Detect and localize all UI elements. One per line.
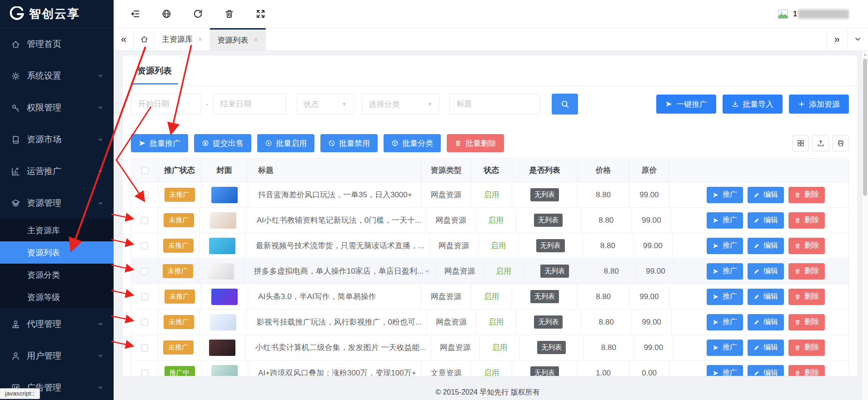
row-edit-button[interactable]: 编辑 [748, 263, 784, 280]
batch-import-button[interactable]: 批量导入 [723, 95, 783, 114]
row-edit-button[interactable]: 编辑 [748, 187, 784, 203]
row-checkbox[interactable] [141, 370, 149, 376]
sidebar-item-label: 资源管理 [27, 197, 61, 209]
export-icon [817, 139, 825, 147]
topbar-globe-button[interactable] [161, 9, 172, 19]
sidebar-item-permission[interactable]: 权限管理 [0, 92, 114, 124]
row-checkbox[interactable] [141, 344, 148, 351]
plus-icon [798, 100, 805, 108]
row-checkbox[interactable] [141, 217, 148, 224]
row-edit-button[interactable]: 编辑 [748, 340, 784, 356]
row-promote-button[interactable]: 推广 [707, 289, 743, 305]
sidebar-item-home[interactable]: 管理首页 [0, 28, 114, 60]
row-delete-button[interactable]: 删除 [788, 263, 825, 280]
row-checkbox[interactable] [141, 242, 148, 250]
row-delete-button[interactable]: 删除 [788, 238, 825, 254]
tab-home-button[interactable] [134, 28, 155, 50]
cover-thumbnail[interactable] [210, 314, 236, 330]
cover-thumbnail[interactable] [209, 238, 235, 254]
search-icon [560, 100, 569, 109]
sidebar-item-agent-manage[interactable]: 代理管理 [0, 308, 114, 340]
panel-header: 资源列表 [123, 55, 857, 86]
batch-disable-button[interactable]: 批量禁用 [320, 134, 378, 152]
row-promote-button[interactable]: 推广 [707, 263, 743, 280]
scrollbar-thumb[interactable] [863, 59, 867, 196]
row-edit-button[interactable]: 编辑 [748, 212, 784, 229]
row-delete-button[interactable]: 删除 [788, 187, 825, 203]
row-edit-button[interactable]: 编辑 [748, 238, 784, 254]
row-edit-button[interactable]: 编辑 [748, 314, 784, 330]
row-checkbox[interactable] [141, 293, 149, 300]
row-promote-button[interactable]: 推广 [707, 212, 743, 229]
cover-thumbnail[interactable] [211, 289, 238, 305]
topbar-trash-button[interactable] [224, 9, 235, 19]
sidebar-subitem-resource-level[interactable]: 资源等级 [0, 286, 114, 308]
batch-categorize-button[interactable]: 批量分类 [384, 134, 441, 152]
sidebar-subitem-resource-category[interactable]: 资源分类 [0, 264, 114, 286]
sidebar-item-user-manage[interactable]: 用户管理 [0, 340, 114, 372]
cover-thumbnail[interactable] [209, 340, 235, 356]
submit-sale-button[interactable]: 提交出售 [194, 134, 251, 152]
vertical-scrollbar[interactable]: ▲ [862, 51, 868, 400]
one-click-promote-button[interactable]: 一键推广 [656, 95, 716, 114]
sidebar-item-resource-manage[interactable]: 资源管理 [0, 187, 114, 219]
tab-resource-list[interactable]: 资源列表× [210, 28, 265, 50]
batch-enable-button[interactable]: 批量启用 [257, 134, 314, 152]
table-row: 未推广 AI头条3.0，半AI写作，简单易操作 网盘资源 启用 无列表 8.80… [131, 284, 848, 310]
column-grid-button[interactable] [793, 135, 809, 151]
tab-main-repo[interactable]: 主资源库× [155, 28, 210, 50]
topbar-refresh-button[interactable] [193, 9, 204, 19]
close-icon[interactable]: × [198, 35, 202, 44]
status-select[interactable]: 状态 ▼ [297, 94, 354, 115]
row-edit-button[interactable]: 编辑 [748, 289, 784, 305]
row-promote-button[interactable]: 推广 [707, 340, 743, 356]
expand-row-button[interactable] [424, 268, 431, 275]
row-delete-button[interactable]: 删除 [788, 314, 825, 330]
print-button[interactable] [833, 135, 849, 151]
add-resource-button[interactable]: 添加资源 [789, 95, 849, 114]
row-checkbox[interactable] [140, 268, 148, 275]
export-button[interactable] [813, 135, 829, 151]
tabs-scroll-left-button[interactable]: « [114, 28, 134, 50]
sidebar-subitem-main-repo[interactable]: 主资源库 [0, 219, 114, 241]
row-promote-button[interactable]: 推广 [707, 238, 743, 254]
search-button[interactable] [552, 94, 578, 115]
cover-thumbnail[interactable] [211, 187, 238, 203]
row-checkbox[interactable] [141, 191, 149, 199]
row-promote-button[interactable]: 推广 [707, 365, 743, 376]
row-edit-button[interactable]: 编辑 [748, 365, 784, 376]
sidebar-item-system-settings[interactable]: 系统设置 [0, 60, 114, 92]
close-icon[interactable]: × [254, 36, 258, 44]
cover-thumbnail[interactable] [208, 263, 234, 280]
end-date-input[interactable] [213, 94, 286, 115]
scroll-up-arrow-icon[interactable]: ▲ [862, 51, 868, 58]
panel-title[interactable]: 资源列表 [131, 65, 178, 85]
cover-thumbnail[interactable] [210, 212, 236, 229]
row-delete-button[interactable]: 删除 [788, 365, 825, 376]
topbar-icons [130, 9, 287, 19]
select-all-checkbox[interactable] [141, 167, 149, 174]
table-row: 未推广 拼多多虚拟电商，单人操作10家店，单店日盈利... 网盘资源 启用 无列… [131, 259, 848, 284]
cover-thumbnail[interactable] [211, 365, 238, 376]
resource-title: AI小红书教辅资料笔记新玩法，0门槛，一天十... [257, 215, 422, 225]
row-checkbox[interactable] [141, 319, 148, 326]
batch-promote-button[interactable]: 批量推广 [131, 134, 188, 152]
topbar-collapse-button[interactable] [130, 9, 141, 19]
title-search-input[interactable] [449, 94, 540, 115]
start-date-input[interactable] [131, 94, 201, 115]
row-promote-button[interactable]: 推广 [707, 314, 743, 330]
sidebar-item-operation-promo[interactable]: 运营推广 [0, 155, 114, 187]
sidebar-subitem-resource-list[interactable]: 资源列表 [0, 241, 114, 264]
batch-delete-button[interactable]: 批量删除 [447, 134, 504, 152]
app-logo[interactable]: 智创云享 [0, 0, 114, 28]
tabs-scroll-right-button[interactable]: » [826, 28, 847, 50]
sidebar-item-resource-market[interactable]: 资源市场 [0, 124, 114, 155]
row-delete-button[interactable]: 删除 [788, 212, 825, 229]
topbar-fullscreen-button[interactable] [255, 9, 266, 19]
user-area[interactable]: 1 [777, 0, 849, 28]
row-delete-button[interactable]: 删除 [788, 340, 825, 356]
row-delete-button[interactable]: 删除 [788, 289, 825, 305]
category-select[interactable]: 选择分类 ▼ [362, 94, 439, 115]
row-promote-button[interactable]: 推广 [707, 187, 743, 203]
tabs-menu-button[interactable] [847, 28, 868, 50]
